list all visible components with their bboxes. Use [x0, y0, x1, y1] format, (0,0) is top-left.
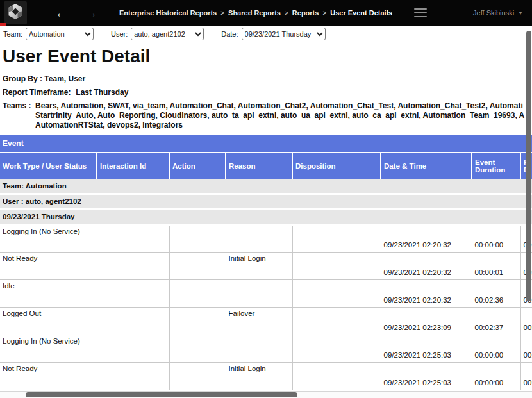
cell-date-time: 09/23/2021 02:20:32	[381, 224, 472, 252]
cell-interaction-id	[97, 307, 169, 335]
date-select[interactable]: 09/23/2021 Thursday	[242, 28, 326, 40]
team-select[interactable]: Automation	[26, 28, 94, 40]
cell-disposition	[292, 307, 381, 335]
col-header-interaction-id: Interaction Id	[97, 153, 169, 179]
teams-value-line: AutomationRTStat, devops2, Integrators	[35, 120, 524, 130]
cell-work-type: Logged Out	[0, 307, 97, 335]
history-nav-arrows: ← →	[55, 7, 97, 19]
table-header-row: Work Type / User Status Interaction Id A…	[0, 153, 532, 179]
breadcrumb-item-reports[interactable]: Reports	[292, 9, 319, 17]
group-by-label: Group By :	[3, 74, 42, 83]
date-filter: Date: 09/23/2021 Thursday	[221, 28, 325, 40]
cell-work-type: Logging In (No Service)	[0, 224, 97, 252]
cell-interaction-id	[97, 335, 169, 362]
vertical-scrollbar[interactable]	[526, 31, 531, 301]
cell-reason	[226, 279, 292, 307]
event-table-section: Event Work Type / User Status Interactio…	[0, 135, 532, 390]
table-row: Not Ready Initial Login 09/23/2021 02:20…	[0, 252, 532, 279]
col-header-work-type: Work Type / User Status	[0, 153, 97, 179]
cell-action	[169, 307, 226, 335]
cell-action	[169, 252, 226, 279]
cell-reason: Initial Login	[226, 252, 292, 279]
cell-reason: Initial Login	[226, 362, 292, 390]
horizontal-scrollbar[interactable]	[26, 392, 297, 397]
top-navigation-bar: ← → Enterprise Historical Reports > Shar…	[0, 0, 532, 26]
table-row: Not Ready Initial Login 09/23/2021 02:25…	[0, 362, 532, 390]
cell-event-duration: 00:00:00	[472, 362, 520, 390]
table-row: Logging In (No Service) 09/23/2021 02:25…	[0, 335, 532, 362]
cell-clipped: 00:00:00	[520, 307, 532, 335]
cell-disposition	[292, 362, 381, 390]
event-section-header: Event	[0, 135, 532, 152]
cell-interaction-id	[97, 362, 169, 390]
date-filter-label: Date:	[221, 30, 238, 38]
user-menu[interactable]: Jeff Skibinski ▼	[473, 9, 523, 17]
cell-reason	[226, 335, 292, 362]
breadcrumb: Enterprise Historical Reports > Shared R…	[119, 9, 392, 17]
cell-date-time: 09/23/2021 02:20:32	[381, 279, 472, 307]
page-title: User Event Detail	[3, 46, 532, 67]
filter-toolbar: Team: Automation User: auto, agent2102 D…	[0, 26, 532, 42]
col-header-disposition: Disposition	[292, 153, 381, 179]
group-by-line: Group By : Team, User	[3, 74, 532, 83]
user-filter-label: User:	[111, 30, 128, 38]
team-filter: Team: Automation	[3, 28, 94, 40]
user-menu-label: Jeff Skibinski	[473, 9, 514, 17]
timeframe-line: Report Timeframe: Last Thursday	[3, 88, 532, 97]
col-header-event-duration: Event Duration	[472, 153, 520, 179]
chevron-down-icon: ▼	[518, 10, 523, 16]
group-row-user-label: User : auto, agent2102	[0, 194, 532, 209]
table-row: Logging In (No Service) 09/23/2021 02:20…	[0, 224, 532, 252]
timeframe-label: Report Timeframe:	[3, 88, 74, 97]
breadcrumb-separator: >	[220, 10, 224, 17]
report-content: User Event Detail Group By : Team, User …	[0, 46, 532, 130]
menu-icon[interactable]	[414, 6, 427, 20]
user-select[interactable]: auto, agent2102	[131, 28, 204, 40]
cell-date-time: 09/23/2021 02:25:03	[381, 335, 472, 362]
table-row: Logged Out Failover 09/23/2021 02:23:09 …	[0, 307, 532, 335]
cell-reason	[226, 224, 292, 252]
col-header-date-time: Date & Time	[381, 153, 472, 179]
cell-work-type: Not Ready	[0, 252, 97, 279]
cell-disposition	[292, 224, 381, 252]
app-logo[interactable]	[4, 1, 27, 24]
group-row-user: User : auto, agent2102	[0, 194, 532, 209]
cell-work-type: Logging In (No Service)	[0, 335, 97, 362]
cell-disposition	[292, 279, 381, 307]
breadcrumb-item-reports-root[interactable]: Enterprise Historical Reports	[119, 9, 217, 17]
cell-clipped: 00:00:00	[520, 362, 532, 390]
cell-interaction-id	[97, 279, 169, 307]
breadcrumb-separator: >	[285, 10, 288, 17]
breadcrumb-item-current: User Event Details	[330, 9, 392, 17]
topbar-divider	[399, 6, 399, 20]
cell-disposition	[292, 252, 381, 279]
cell-event-duration: 00:02:36	[472, 279, 520, 307]
forward-arrow-icon[interactable]: →	[85, 7, 97, 19]
cell-date-time: 09/23/2021 02:20:32	[381, 252, 472, 279]
table-row: Idle 09/23/2021 02:20:32 00:02:36 00:00:…	[0, 279, 532, 307]
breadcrumb-item-shared-reports[interactable]: Shared Reports	[228, 9, 281, 17]
cell-interaction-id	[97, 252, 169, 279]
cell-disposition	[292, 335, 381, 362]
cell-action	[169, 224, 226, 252]
cell-reason: Failover	[226, 307, 292, 335]
horizontal-scrollbar-track[interactable]	[0, 391, 532, 398]
cell-event-duration: 00:00:00	[472, 224, 520, 252]
group-row-date: 09/23/2021 Thursday	[0, 209, 532, 224]
team-filter-label: Team:	[3, 30, 22, 38]
teams-label: Teams :	[3, 101, 35, 130]
cell-work-type: Idle	[0, 279, 97, 307]
cell-action	[169, 279, 226, 307]
pinwheel-logo-icon	[6, 3, 24, 23]
cell-date-time: 09/23/2021 02:25:03	[381, 362, 472, 390]
cell-action	[169, 362, 226, 390]
cell-date-time: 09/23/2021 02:23:09	[381, 307, 472, 335]
teams-value-line: Bears, Automation, SWAT, via_team, Autom…	[35, 101, 524, 111]
cell-event-duration: 00:00:00	[472, 335, 520, 362]
back-arrow-icon[interactable]: ←	[55, 7, 67, 19]
cell-action	[169, 335, 226, 362]
group-by-value: Team, User	[44, 74, 85, 83]
red-accent-bar	[0, 23, 6, 26]
teams-line: Teams : Bears, Automation, SWAT, via_tea…	[3, 101, 532, 130]
cell-clipped: 00:00:00	[520, 335, 532, 362]
